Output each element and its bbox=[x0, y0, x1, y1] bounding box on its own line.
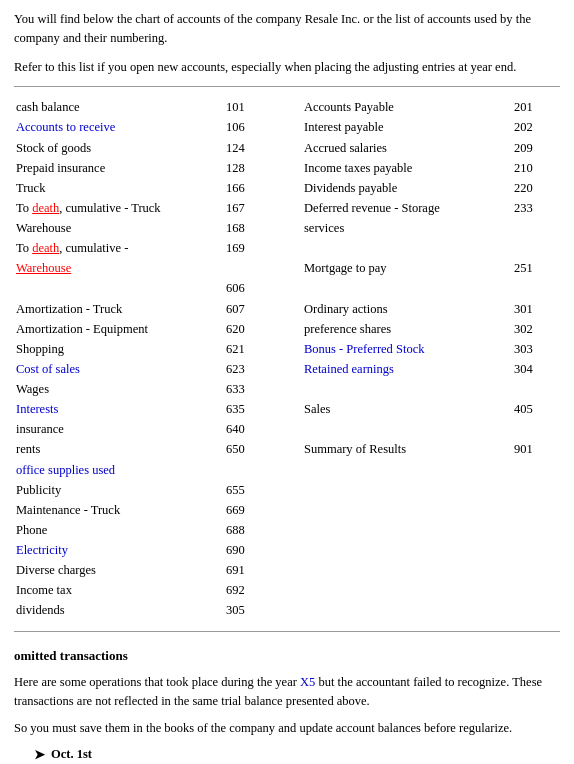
account-number-left: 690 bbox=[224, 540, 290, 560]
account-name-right: Sales bbox=[302, 399, 512, 419]
account-number-left: 606 bbox=[224, 278, 290, 298]
account-number-right: 201 bbox=[512, 97, 560, 117]
account-name-right bbox=[302, 379, 512, 399]
account-name-right: Accounts Payable bbox=[302, 97, 512, 117]
table-row: To death, cumulative - 169 bbox=[14, 238, 560, 258]
account-name-left: rents bbox=[14, 439, 224, 459]
account-name-left: cash balance bbox=[14, 97, 224, 117]
table-row: Phone 688 bbox=[14, 520, 560, 540]
table-row: To death, cumulative - Truck 167 Deferre… bbox=[14, 198, 560, 218]
account-name-left: Truck bbox=[14, 178, 224, 198]
account-number-left: 128 bbox=[224, 158, 290, 178]
table-row: Diverse charges 691 bbox=[14, 560, 560, 580]
account-name-left: Maintenance - Truck bbox=[14, 500, 224, 520]
account-name-right bbox=[302, 560, 512, 580]
account-number-right bbox=[512, 580, 560, 600]
table-row: Maintenance - Truck 669 bbox=[14, 500, 560, 520]
account-number-left bbox=[224, 460, 290, 480]
account-name-left: Shopping bbox=[14, 339, 224, 359]
omitted-para1: Here are some operations that took place… bbox=[14, 673, 560, 711]
table-row: Prepaid insurance 128 Income taxes payab… bbox=[14, 158, 560, 178]
table-row: Amortization - Truck 607 Ordinary action… bbox=[14, 299, 560, 319]
account-name-left: Publicity bbox=[14, 480, 224, 500]
account-name-right bbox=[302, 238, 512, 258]
account-name-right bbox=[302, 278, 512, 298]
account-name-left: Cost of sales bbox=[14, 359, 224, 379]
account-name-right: Bonus - Preferred Stock bbox=[302, 339, 512, 359]
account-number-left: 166 bbox=[224, 178, 290, 198]
account-number-left: 620 bbox=[224, 319, 290, 339]
table-row: rents 650 Summary of Results 901 bbox=[14, 439, 560, 459]
account-name-left: Accounts to receive bbox=[14, 117, 224, 137]
account-name-left: Warehouse bbox=[14, 258, 224, 278]
account-number-right bbox=[512, 419, 560, 439]
table-row: Stock of goods 124 Accrued salaries 209 bbox=[14, 138, 560, 158]
account-number-right bbox=[512, 460, 560, 480]
account-number-left: 633 bbox=[224, 379, 290, 399]
account-name-right: Interest payable bbox=[302, 117, 512, 137]
account-name-right: Retained earnings bbox=[302, 359, 512, 379]
account-number-left: 106 bbox=[224, 117, 290, 137]
account-number-right bbox=[512, 540, 560, 560]
account-number-right: 251 bbox=[512, 258, 560, 278]
account-name-right: Income taxes payable bbox=[302, 158, 512, 178]
table-row: office supplies used bbox=[14, 460, 560, 480]
account-number-right bbox=[512, 379, 560, 399]
account-number-right bbox=[512, 600, 560, 620]
arrow-icon: ➤ bbox=[34, 745, 45, 764]
account-number-right bbox=[512, 218, 560, 238]
account-name-right bbox=[302, 419, 512, 439]
top-divider bbox=[14, 86, 560, 87]
account-name-left: Prepaid insurance bbox=[14, 158, 224, 178]
account-name-left: Diverse charges bbox=[14, 560, 224, 580]
account-name-left: Income tax bbox=[14, 580, 224, 600]
table-row: cash balance 101 Accounts Payable 201 bbox=[14, 97, 560, 117]
table-row: 606 bbox=[14, 278, 560, 298]
account-number-left: 623 bbox=[224, 359, 290, 379]
omitted-title: omitted transactions bbox=[14, 646, 560, 666]
table-row: dividends 305 bbox=[14, 600, 560, 620]
account-number-left: 640 bbox=[224, 419, 290, 439]
account-number-left: 655 bbox=[224, 480, 290, 500]
intro-paragraph: You will find below the chart of account… bbox=[14, 10, 560, 76]
account-name-left: Warehouse bbox=[14, 218, 224, 238]
account-name-right: Dividends payable bbox=[302, 178, 512, 198]
account-number-left: 650 bbox=[224, 439, 290, 459]
account-number-right bbox=[512, 560, 560, 580]
account-number-right bbox=[512, 480, 560, 500]
oct-item: ➤ Oct. 1st bbox=[34, 745, 560, 764]
account-number-right: 304 bbox=[512, 359, 560, 379]
table-row: Wages 633 bbox=[14, 379, 560, 399]
table-row: Income tax 692 bbox=[14, 580, 560, 600]
account-number-right: 210 bbox=[512, 158, 560, 178]
table-row: Publicity 655 bbox=[14, 480, 560, 500]
table-row: Amortization - Equipment 620 preference … bbox=[14, 319, 560, 339]
account-name-right: Mortgage to pay bbox=[302, 258, 512, 278]
account-number-left: 305 bbox=[224, 600, 290, 620]
account-number-right: 303 bbox=[512, 339, 560, 359]
account-number-left: 169 bbox=[224, 238, 290, 258]
account-number-left: 635 bbox=[224, 399, 290, 419]
account-number-right bbox=[512, 520, 560, 540]
account-name-right: services bbox=[302, 218, 512, 238]
account-name-left: dividends bbox=[14, 600, 224, 620]
account-name-left: Stock of goods bbox=[14, 138, 224, 158]
oct-label: Oct. 1st bbox=[51, 745, 92, 764]
account-number-left: 621 bbox=[224, 339, 290, 359]
account-number-left: 124 bbox=[224, 138, 290, 158]
account-number-right: 233 bbox=[512, 198, 560, 218]
account-name-left bbox=[14, 278, 224, 298]
account-name-left: Wages bbox=[14, 379, 224, 399]
account-number-right: 901 bbox=[512, 439, 560, 459]
account-name-left: To death, cumulative - bbox=[14, 238, 224, 258]
account-name-left: insurance bbox=[14, 419, 224, 439]
account-name-right bbox=[302, 480, 512, 500]
omitted-para2: So you must save them in the books of th… bbox=[14, 719, 560, 738]
table-row: Electricity 690 bbox=[14, 540, 560, 560]
account-number-right: 302 bbox=[512, 319, 560, 339]
table-row: Shopping 621 Bonus - Preferred Stock 303 bbox=[14, 339, 560, 359]
account-number-right bbox=[512, 278, 560, 298]
account-number-left: 688 bbox=[224, 520, 290, 540]
accounts-table: cash balance 101 Accounts Payable 201 Ac… bbox=[14, 97, 560, 620]
account-name-left: Phone bbox=[14, 520, 224, 540]
